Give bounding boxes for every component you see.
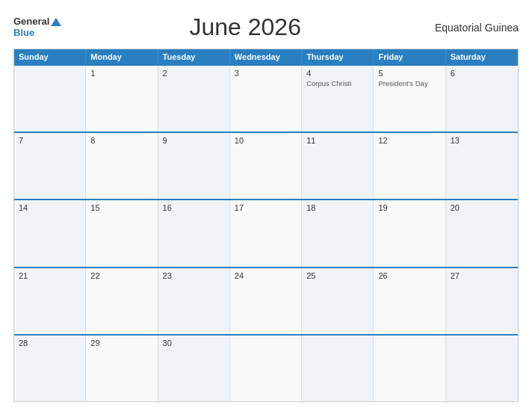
cell-w1-tue: 2 (158, 66, 230, 132)
cell-w2-wed: 10 (230, 133, 302, 199)
logo-general-text: General (13, 16, 49, 27)
cell-w1-wed: 3 (230, 66, 302, 132)
cell-w5-wed (230, 336, 302, 401)
cell-w2-mon: 8 (86, 133, 158, 199)
cell-w4-fri: 26 (374, 268, 445, 334)
cell-w4-tue: 23 (158, 268, 230, 334)
day-num: 7 (19, 136, 81, 145)
calendar-page: General Blue June 2026 Equatorial Guinea… (0, 0, 532, 411)
header-monday: Monday (86, 49, 158, 64)
day-num: 6 (451, 69, 513, 78)
day-num: 3 (235, 69, 297, 78)
day-num: 9 (163, 136, 225, 145)
cell-w2-sat: 13 (446, 133, 518, 199)
header-tuesday: Tuesday (158, 49, 230, 64)
cell-w3-thu: 18 (302, 200, 374, 266)
cell-w4-sun: 21 (14, 268, 86, 334)
cell-w3-wed: 17 (230, 200, 302, 266)
cell-w5-thu (302, 336, 374, 401)
day-num: 5 (378, 69, 440, 78)
cell-w4-mon: 22 (86, 268, 158, 334)
calendar-week-4: 21 22 23 24 25 26 27 (14, 267, 518, 334)
header-friday: Friday (374, 49, 445, 64)
day-num: 23 (163, 271, 225, 280)
calendar-week-1: 1 2 3 4 Corpus Christi 5 President's Day… (14, 64, 518, 132)
day-num: 1 (90, 69, 152, 78)
cell-w4-wed: 24 (230, 268, 302, 334)
cell-w1-sun (14, 66, 86, 132)
header-thursday: Thursday (302, 49, 374, 64)
day-num: 8 (90, 136, 152, 145)
calendar-body: 1 2 3 4 Corpus Christi 5 President's Day… (14, 64, 518, 401)
cell-w3-sat: 20 (446, 200, 518, 266)
cell-w2-thu: 11 (302, 133, 374, 199)
calendar-week-5: 28 29 30 (14, 334, 518, 401)
logo-blue-text: Blue (13, 28, 61, 38)
event-corpus-christi: Corpus Christi (306, 79, 368, 88)
page-title: June 2026 (61, 13, 429, 41)
cell-w3-tue: 16 (158, 200, 230, 266)
logo: General Blue (13, 16, 61, 38)
header-wednesday: Wednesday (230, 49, 302, 64)
day-num: 14 (19, 203, 81, 212)
calendar-week-2: 7 8 9 10 11 12 13 (14, 132, 518, 199)
cell-w3-sun: 14 (14, 200, 86, 266)
day-num: 13 (451, 136, 513, 145)
cell-w3-mon: 15 (86, 200, 158, 266)
day-num: 26 (378, 271, 440, 280)
day-num: 17 (235, 203, 297, 212)
day-num: 11 (306, 136, 368, 145)
day-num: 24 (235, 271, 297, 280)
cell-w4-sat: 27 (446, 268, 518, 334)
cell-w2-fri: 12 (374, 133, 445, 199)
cell-w5-fri (374, 336, 445, 401)
page-header: General Blue June 2026 Equatorial Guinea (13, 13, 519, 41)
day-num: 15 (90, 203, 152, 212)
logo-triangle-icon (51, 18, 61, 26)
cell-w1-mon: 1 (86, 66, 158, 132)
day-num: 10 (235, 136, 297, 145)
day-num: 12 (378, 136, 440, 145)
cell-w5-sun: 28 (14, 336, 86, 401)
day-num: 4 (306, 69, 368, 78)
cell-w5-tue: 30 (158, 336, 230, 401)
day-num: 25 (306, 271, 368, 280)
cell-w4-thu: 25 (302, 268, 374, 334)
day-num: 29 (90, 339, 152, 347)
day-num: 30 (163, 339, 225, 347)
day-num: 27 (451, 271, 513, 280)
cell-w2-sun: 7 (14, 133, 86, 199)
country-label: Equatorial Guinea (429, 22, 519, 34)
cell-w1-thu: 4 Corpus Christi (302, 66, 374, 132)
day-num: 20 (451, 203, 513, 212)
calendar-week-3: 14 15 16 17 18 19 20 (14, 199, 518, 266)
event-presidents-day: President's Day (378, 79, 440, 88)
cell-w2-tue: 9 (158, 133, 230, 199)
day-num: 28 (19, 339, 81, 347)
header-saturday: Saturday (446, 49, 518, 64)
day-num: 18 (306, 203, 368, 212)
cell-w5-mon: 29 (86, 336, 158, 401)
cell-w5-sat (446, 336, 518, 401)
day-num: 22 (90, 271, 152, 280)
day-num: 21 (19, 271, 81, 280)
cell-w3-fri: 19 (374, 200, 445, 266)
day-num: 2 (163, 69, 225, 78)
cell-w1-fri: 5 President's Day (374, 66, 445, 132)
calendar-grid: Sunday Monday Tuesday Wednesday Thursday… (13, 49, 519, 402)
header-sunday: Sunday (14, 49, 86, 64)
calendar-header: Sunday Monday Tuesday Wednesday Thursday… (14, 49, 518, 64)
day-num: 16 (163, 203, 225, 212)
cell-w1-sat: 6 (446, 66, 518, 132)
day-num: 19 (378, 203, 440, 212)
